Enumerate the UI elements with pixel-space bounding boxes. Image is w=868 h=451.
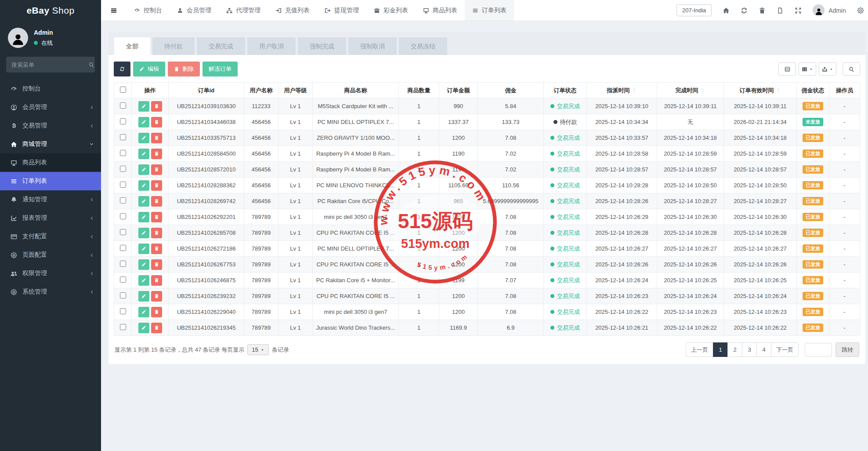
search-icon[interactable] [89, 62, 94, 68]
row-delete-button[interactable] [151, 275, 162, 286]
column-header-assign_time[interactable]: 指派时间 [587, 83, 657, 98]
row-delete-button[interactable] [151, 164, 162, 175]
row-checkbox[interactable] [120, 229, 126, 235]
sidebar-search-input[interactable] [11, 62, 89, 68]
columns-view-button[interactable] [799, 62, 816, 76]
row-delete-button[interactable] [151, 101, 162, 112]
row-delete-button[interactable] [151, 196, 162, 207]
fullscreen-icon[interactable] [795, 7, 802, 14]
nav-item-sign-in[interactable]: 充值列表 [268, 0, 317, 21]
row-edit-button[interactable] [138, 101, 149, 112]
row-checkbox[interactable] [120, 308, 126, 314]
admin-profile[interactable]: Admin [813, 4, 846, 16]
row-edit-button[interactable] [138, 164, 149, 175]
row-delete-button[interactable] [151, 307, 162, 317]
row-delete-button[interactable] [151, 212, 162, 222]
select-all-checkbox[interactable] [120, 87, 126, 93]
row-checkbox[interactable] [120, 197, 126, 204]
column-header-valid_time[interactable]: 订单有效时间 [724, 83, 797, 98]
settings-cogs-icon[interactable] [857, 7, 864, 14]
row-delete-button[interactable] [151, 259, 162, 270]
home-icon[interactable] [723, 7, 730, 14]
row-edit-button[interactable] [138, 259, 149, 270]
row-edit-button[interactable] [138, 244, 149, 254]
row-delete-button[interactable] [151, 323, 162, 333]
tab-强制取消[interactable]: 强制取消 [348, 37, 397, 55]
tab-交易冻结[interactable]: 交易冻结 [399, 37, 447, 55]
delete-button[interactable]: 删除 [168, 62, 200, 76]
row-edit-button[interactable] [138, 149, 149, 159]
row-checkbox[interactable] [120, 324, 126, 330]
row-edit-button[interactable] [138, 307, 149, 317]
row-edit-button[interactable] [138, 291, 149, 302]
page-button-2[interactable]: 2 [727, 342, 742, 357]
prev-page-button[interactable]: 上一页 [686, 342, 713, 357]
row-edit-button[interactable] [138, 323, 149, 333]
sidebar-item-bitcoin[interactable]: 交易管理 [0, 116, 101, 135]
nav-item-gift[interactable]: 彩金列表 [366, 0, 416, 21]
row-delete-button[interactable] [151, 149, 162, 159]
sidebar-item-bell[interactable]: 通知管理 [0, 190, 101, 209]
row-checkbox[interactable] [120, 118, 126, 124]
unfreeze-order-button[interactable]: 解冻订单 [203, 62, 238, 76]
sidebar-item-users[interactable]: 权限管理 [0, 264, 101, 283]
page-size-select[interactable]: 15 [247, 344, 268, 355]
row-delete-button[interactable] [151, 180, 162, 191]
row-checkbox[interactable] [120, 150, 126, 156]
export-view-button[interactable] [819, 62, 836, 76]
row-edit-button[interactable] [138, 228, 149, 238]
sidebar-item-gauge[interactable]: 控制台 [0, 80, 101, 98]
row-checkbox[interactable] [120, 213, 126, 219]
tab-待付款[interactable]: 待付款 [152, 37, 195, 55]
tab-交易完成[interactable]: 交易完成 [197, 37, 245, 55]
document-icon[interactable] [777, 7, 784, 14]
sidebar-item-list[interactable]: 订单列表 [0, 172, 101, 190]
row-edit-button[interactable] [138, 275, 149, 286]
row-checkbox[interactable] [120, 166, 126, 172]
row-checkbox[interactable] [120, 102, 126, 109]
sidebar-item-credit-card[interactable]: 支付配置 [0, 227, 101, 246]
row-checkbox[interactable] [120, 134, 126, 140]
sidebar-item-user-circle[interactable]: 会员管理 [0, 98, 101, 116]
row-checkbox[interactable] [120, 261, 126, 267]
row-checkbox[interactable] [120, 182, 126, 188]
sidebar-item-chart[interactable]: 报表管理 [0, 209, 101, 227]
nav-item-sign-out[interactable]: 提现管理 [317, 0, 366, 21]
row-edit-button[interactable] [138, 212, 149, 222]
sidebar-item-home[interactable]: 商城管理 [0, 135, 101, 153]
row-delete-button[interactable] [151, 133, 162, 143]
sidebar-item-cogs[interactable]: 系统管理 [0, 283, 101, 301]
page-button-4[interactable]: 4 [756, 342, 771, 357]
next-page-button[interactable]: 下一页 [771, 342, 799, 357]
row-edit-button[interactable] [138, 133, 149, 143]
nav-item-list[interactable]: 订单列表 [465, 0, 514, 21]
row-checkbox[interactable] [120, 292, 126, 298]
tab-用户取消[interactable]: 用户取消 [247, 37, 296, 55]
edit-button[interactable]: 编辑 [133, 62, 165, 76]
nav-item-sitemap[interactable]: 代理管理 [219, 0, 268, 21]
row-delete-button[interactable] [151, 117, 162, 127]
sidebar-item-desktop[interactable]: 商品列表 [0, 153, 101, 172]
hamburger-menu-icon[interactable] [101, 0, 127, 21]
refresh-icon[interactable] [741, 7, 748, 14]
nav-item-gauge[interactable]: 控制台 [127, 0, 170, 21]
row-delete-button[interactable] [151, 228, 162, 238]
jump-page-input[interactable] [805, 343, 832, 356]
toggle-view-button[interactable] [778, 62, 796, 76]
nav-item-desktop[interactable]: 商品列表 [416, 0, 465, 21]
refresh-button[interactable] [114, 62, 130, 76]
trash-icon[interactable] [759, 7, 766, 14]
search-view-button[interactable] [843, 62, 860, 76]
row-delete-button[interactable] [151, 291, 162, 302]
column-header-finish_time[interactable]: 完成时间 [657, 83, 724, 98]
jump-button[interactable]: 跳转 [835, 342, 859, 357]
page-button-3[interactable]: 3 [742, 342, 757, 357]
tab-全部[interactable]: 全部 [114, 37, 150, 55]
page-button-1[interactable]: 1 [713, 342, 728, 357]
row-edit-button[interactable] [138, 180, 149, 191]
tab-强制完成[interactable]: 强制完成 [298, 37, 346, 55]
region-select-button[interactable]: 207-India [676, 4, 712, 16]
row-checkbox[interactable] [120, 276, 126, 283]
row-edit-button[interactable] [138, 117, 149, 127]
row-edit-button[interactable] [138, 196, 149, 207]
